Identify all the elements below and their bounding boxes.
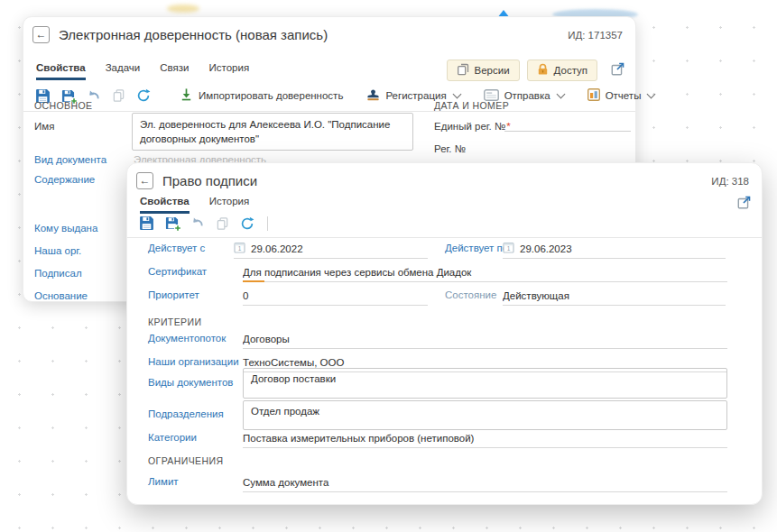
- tab-history[interactable]: История: [209, 62, 250, 80]
- basis-label[interactable]: Основание: [34, 290, 88, 301]
- toolbar-separator: [127, 237, 762, 238]
- window-signing-right: ← Право подписи ИД: 318 Свойства История…: [126, 162, 763, 505]
- content-label[interactable]: Содержание: [34, 174, 95, 185]
- access-label: Доступ: [554, 65, 587, 76]
- send-label: Отправка: [504, 90, 550, 101]
- doc-kinds-input[interactable]: Договор поставки: [243, 368, 727, 399]
- state-value: Действующая: [503, 286, 726, 306]
- certificate-input[interactable]: Для подписания через сервисы обмена Диад…: [243, 262, 727, 282]
- section-restrictions: ОГРАНИЧЕНИЯ: [148, 455, 223, 466]
- doc-kinds-label[interactable]: Виды документов: [148, 377, 233, 388]
- poa-title-row: ← Электронная доверенность (новая запись…: [32, 26, 624, 46]
- state-label: Состояние: [445, 289, 496, 300]
- reports-icon: [587, 88, 600, 103]
- lock-icon: [537, 63, 549, 78]
- chevron-down-icon: [647, 90, 656, 99]
- versions-icon: [457, 63, 469, 78]
- back-arrow-icon: ←: [140, 174, 151, 187]
- tab-history[interactable]: История: [209, 196, 250, 214]
- toolbar-divider: [267, 216, 268, 231]
- reports-menu-button[interactable]: Отчеты: [587, 88, 655, 103]
- copy-button[interactable]: [112, 88, 125, 103]
- decor-yellow-blob: [167, 5, 199, 13]
- svg-text:1: 1: [507, 245, 511, 252]
- versions-label: Версии: [475, 65, 510, 76]
- departments-label[interactable]: Подразделения: [148, 408, 224, 419]
- doc-kind-label[interactable]: Вид документа: [34, 154, 106, 165]
- our-orgs-label[interactable]: Наши организации: [148, 356, 239, 367]
- valid-to-label[interactable]: Действует по: [445, 243, 508, 253]
- poa-tabs-row: Свойства Задачи Связи История Версии Дос…: [36, 62, 624, 86]
- record-id: ИД: 171357: [568, 30, 623, 41]
- unified-reg-input[interactable]: [504, 111, 631, 132]
- import-poa-button[interactable]: Импортировать доверенность: [180, 87, 343, 104]
- page-title: Электронная доверенность (новая запись): [59, 27, 328, 42]
- desktop-background: ← Электронная доверенность (новая запись…: [0, 0, 777, 532]
- valid-to-input[interactable]: 1 29.06.2023: [503, 239, 726, 259]
- reg-number-label: Рег. №: [434, 143, 466, 154]
- categories-input[interactable]: Поставка измерительных приборов (нетипов…: [243, 428, 727, 448]
- svg-text:1: 1: [238, 245, 242, 252]
- signing-toolbar: [139, 216, 751, 231]
- departments-input[interactable]: Отдел продаж: [243, 400, 727, 430]
- save-button[interactable]: [139, 216, 154, 231]
- poa-toolbar: Импортировать доверенность Регистрация О…: [35, 87, 624, 104]
- spellcheck-underline: [243, 280, 264, 282]
- reports-label: Отчеты: [606, 90, 642, 101]
- import-icon: [180, 87, 193, 104]
- signing-title-row: ← Право подписи ИД: 318: [136, 172, 751, 192]
- tab-links[interactable]: Связи: [160, 62, 189, 80]
- signed-by-label[interactable]: Подписал: [34, 268, 82, 279]
- versions-button[interactable]: Версии: [447, 60, 520, 81]
- name-label: Имя: [34, 121, 54, 132]
- page-title: Право подписи: [162, 173, 257, 188]
- chevron-down-icon: [452, 90, 461, 99]
- back-button[interactable]: ←: [32, 26, 50, 43]
- valid-from-label[interactable]: Действует с: [148, 243, 205, 253]
- tab-properties[interactable]: Свойства: [36, 62, 86, 80]
- certificate-label[interactable]: Сертификат: [148, 266, 207, 277]
- access-button[interactable]: Доступ: [527, 60, 597, 81]
- open-in-new-window-icon[interactable]: [737, 196, 751, 212]
- priority-label[interactable]: Приоритет: [148, 289, 199, 300]
- priority-input[interactable]: 0: [243, 286, 428, 306]
- categories-label[interactable]: Категории: [148, 432, 197, 443]
- record-id: ИД: 318: [711, 176, 749, 187]
- section-date-number: ДАТА И НОМЕР: [434, 100, 509, 111]
- copy-button[interactable]: [216, 216, 229, 231]
- refresh-button[interactable]: [240, 216, 254, 231]
- valid-from-input[interactable]: 1 29.06.2022: [234, 239, 428, 259]
- back-arrow-icon: ←: [36, 28, 47, 41]
- refresh-button[interactable]: [136, 88, 151, 103]
- unified-reg-label: Единый рег. №*: [434, 121, 511, 132]
- open-in-new-window-icon[interactable]: [611, 62, 624, 78]
- stamp-icon: [366, 88, 380, 104]
- doc-flow-input[interactable]: Договоры: [243, 329, 727, 349]
- tab-properties[interactable]: Свойства: [140, 196, 190, 214]
- doc-flow-label[interactable]: Документопоток: [148, 333, 226, 344]
- calendar-icon: 1: [234, 242, 245, 255]
- chevron-down-icon: [556, 90, 565, 99]
- import-label: Импортировать доверенность: [199, 90, 343, 101]
- undo-button[interactable]: [190, 216, 205, 231]
- section-main: ОСНОВНОЕ: [34, 100, 92, 111]
- save-and-new-button[interactable]: [165, 216, 179, 230]
- our-org-label[interactable]: Наша орг.: [34, 245, 81, 256]
- limit-input[interactable]: Сумма документа: [243, 472, 727, 492]
- tab-tasks[interactable]: Задачи: [106, 62, 141, 80]
- back-button[interactable]: ←: [136, 172, 153, 189]
- section-criteria: КРИТЕРИИ: [148, 316, 201, 327]
- limit-label[interactable]: Лимит: [148, 476, 179, 487]
- issued-to-label[interactable]: Кому выдана: [34, 223, 97, 234]
- name-input[interactable]: Эл. доверенность для Алексеева И.О. "Под…: [132, 113, 413, 151]
- calendar-icon: 1: [503, 242, 514, 255]
